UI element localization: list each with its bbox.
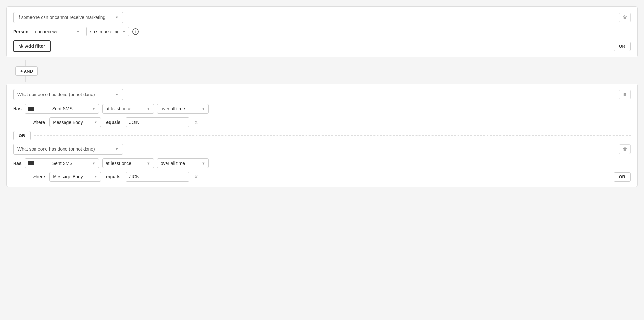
- block1-add-filter-row: ⚗ Add filter OR: [13, 40, 631, 52]
- block1-main-select[interactable]: If someone can or cannot receive marketi…: [13, 12, 123, 23]
- block2-where-label: where: [33, 120, 45, 125]
- block2-value-input[interactable]: [126, 117, 189, 127]
- block2-time-select[interactable]: over all time ▼: [157, 104, 209, 114]
- block3-field-select[interactable]: Message Body ▼: [49, 172, 101, 182]
- block2-or-label: OR: [19, 133, 25, 138]
- block2-frequency-select[interactable]: at least once ▼: [102, 104, 154, 114]
- block1-marketing-type-select[interactable]: sms marketing ▼: [86, 27, 129, 36]
- and-button[interactable]: + AND: [15, 66, 38, 76]
- block1-main-select-label: If someone can or cannot receive marketi…: [17, 15, 105, 20]
- block2-field-chevron-icon: ▼: [94, 120, 97, 124]
- block1-filter-icon: ⚗: [19, 44, 23, 49]
- block3-has-row: Has Sent SMS ▼ at least once ▼ over all …: [13, 158, 631, 168]
- block2-where-row: where Message Body ▼ equals ✕: [13, 117, 631, 127]
- block2-delete-button[interactable]: 🗑: [619, 90, 631, 99]
- block2-field-select[interactable]: Message Body ▼: [49, 117, 101, 127]
- block3-time-label: over all time: [161, 161, 185, 166]
- block1-person-row: Person can receive ▼ sms marketing ▼ i: [13, 27, 631, 36]
- block3-value-input[interactable]: [126, 172, 189, 182]
- block3-flag-icon: [28, 161, 34, 165]
- block2-field-label: Message Body: [53, 120, 83, 125]
- block3-action-chevron-icon: ▼: [92, 161, 96, 165]
- block3-delete-icon: 🗑: [623, 146, 627, 152]
- block1-or-label: OR: [619, 44, 626, 49]
- block3-time-select[interactable]: over all time ▼: [157, 158, 209, 168]
- block2-time-chevron-icon: ▼: [202, 107, 205, 111]
- block2-main-select[interactable]: What someone has done (or not done) ▼: [13, 89, 123, 100]
- block2-action-chevron-icon: ▼: [92, 107, 96, 111]
- block2-flag-icon: [28, 107, 34, 111]
- block2-or-button[interactable]: OR: [13, 131, 31, 140]
- block3-delete-button[interactable]: 🗑: [619, 144, 631, 154]
- connector-line-top: [25, 60, 26, 66]
- block1-header-row: If someone can or cannot receive marketi…: [13, 12, 631, 23]
- block2-frequency-chevron-icon: ▼: [147, 107, 150, 111]
- block1-main-chevron-icon: ▼: [115, 15, 119, 19]
- block2-dashed-line: [34, 135, 631, 136]
- block2-clear-button[interactable]: ✕: [193, 119, 199, 125]
- block3-main-select[interactable]: What someone has done (or not done) ▼: [13, 144, 123, 155]
- connector-line-bottom: [25, 76, 26, 82]
- block2-action-select[interactable]: Sent SMS ▼: [25, 104, 99, 114]
- block3-where-row: where Message Body ▼ equals ✕ OR: [13, 172, 631, 182]
- block2-action-label: Sent SMS: [52, 106, 73, 111]
- block2-or-separator: OR: [13, 131, 631, 140]
- block1-person-label: Person: [13, 29, 28, 34]
- block3-clear-button[interactable]: ✕: [193, 174, 199, 180]
- block1-can-receive-select[interactable]: can receive ▼: [32, 27, 83, 36]
- block2-delete-icon: 🗑: [623, 92, 627, 97]
- block1-or-button[interactable]: OR: [614, 42, 631, 51]
- block3-equals-label: equals: [106, 174, 120, 179]
- block3-frequency-select[interactable]: at least once ▼: [102, 158, 154, 168]
- block1-marketing-type-chevron-icon: ▼: [122, 30, 126, 34]
- block1-delete-icon: 🗑: [623, 15, 627, 20]
- block3-field-label: Message Body: [53, 174, 83, 179]
- block3-field-chevron-icon: ▼: [94, 175, 97, 179]
- block2-time-label: over all time: [161, 106, 185, 111]
- block3-or-button[interactable]: OR: [614, 172, 631, 182]
- block2-frequency-label: at least once: [106, 106, 131, 111]
- block1-can-receive-label: can receive: [35, 29, 58, 34]
- block1-marketing-type-label: sms marketing: [90, 29, 119, 34]
- block1-info-icon[interactable]: i: [132, 28, 139, 35]
- block2-equals-label: equals: [106, 120, 120, 125]
- block2-main-select-label: What someone has done (or not done): [17, 92, 95, 97]
- block3-main-select-label: What someone has done (or not done): [17, 146, 95, 152]
- and-label: + AND: [20, 69, 33, 74]
- block3-action-select[interactable]: Sent SMS ▼: [25, 158, 99, 168]
- block1-add-filter-label: Add filter: [25, 44, 45, 49]
- marketing-filter-block: If someone can or cannot receive marketi…: [6, 6, 638, 57]
- block1-can-receive-chevron-icon: ▼: [76, 30, 80, 34]
- block3-action-label: Sent SMS: [52, 161, 73, 166]
- and-connector: + AND: [15, 60, 638, 82]
- block3-time-chevron-icon: ▼: [202, 161, 205, 165]
- block2-header-row: What someone has done (or not done) ▼ 🗑: [13, 89, 631, 100]
- block3-frequency-label: at least once: [106, 161, 131, 166]
- block3-header-row: What someone has done (or not done) ▼ 🗑: [13, 144, 631, 155]
- block2-filter-block: What someone has done (or not done) ▼ 🗑 …: [6, 84, 638, 187]
- block3-where-label: where: [33, 174, 45, 179]
- block3-main-chevron-icon: ▼: [115, 147, 119, 151]
- block3-sub-block: What someone has done (or not done) ▼ 🗑 …: [13, 144, 631, 182]
- block2-main-chevron-icon: ▼: [115, 93, 119, 96]
- block1-delete-button[interactable]: 🗑: [619, 13, 631, 22]
- block1-add-filter-button[interactable]: ⚗ Add filter: [13, 40, 51, 52]
- block2-has-label: Has: [13, 106, 22, 111]
- block3-has-label: Has: [13, 161, 22, 166]
- block2-has-row: Has Sent SMS ▼ at least once ▼ over all …: [13, 104, 631, 114]
- block3-or-label: OR: [619, 175, 626, 179]
- block3-frequency-chevron-icon: ▼: [147, 161, 150, 165]
